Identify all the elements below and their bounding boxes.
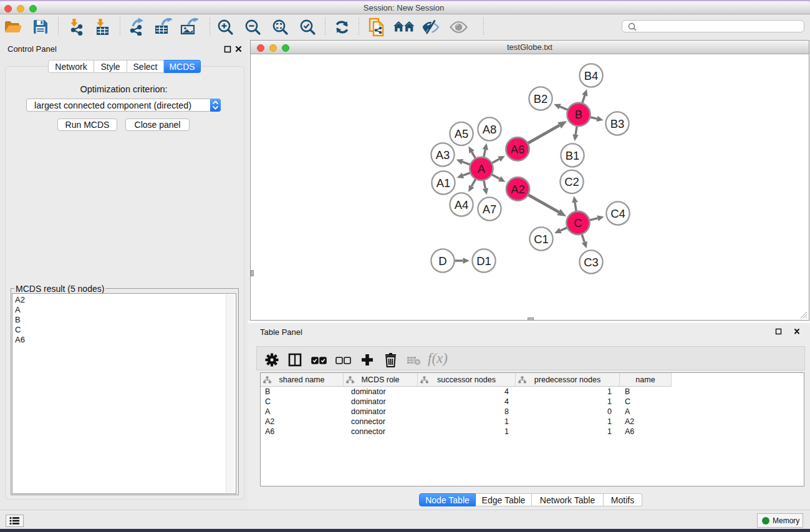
svg-text:D1: D1 [476, 254, 491, 268]
svg-text:A1: A1 [436, 177, 451, 190]
svg-text:D: D [438, 254, 446, 268]
svg-text:A: A [478, 162, 486, 175]
svg-text:C2: C2 [564, 175, 579, 188]
svg-text:A6: A6 [511, 143, 525, 156]
svg-text:A4: A4 [455, 198, 469, 211]
svg-text:C3: C3 [584, 256, 599, 269]
svg-text:C1: C1 [534, 233, 549, 246]
svg-text:B1: B1 [566, 149, 580, 162]
svg-text:B4: B4 [584, 69, 599, 82]
svg-text:A7: A7 [483, 203, 497, 216]
svg-text:B: B [575, 108, 582, 121]
svg-text:B2: B2 [534, 92, 548, 105]
svg-text:C: C [574, 216, 582, 230]
svg-text:A8: A8 [483, 123, 497, 136]
svg-text:A5: A5 [455, 127, 469, 140]
svg-text:A2: A2 [511, 183, 525, 196]
svg-text:A3: A3 [436, 148, 450, 162]
svg-text:B3: B3 [610, 117, 625, 130]
svg-text:C4: C4 [610, 207, 625, 220]
